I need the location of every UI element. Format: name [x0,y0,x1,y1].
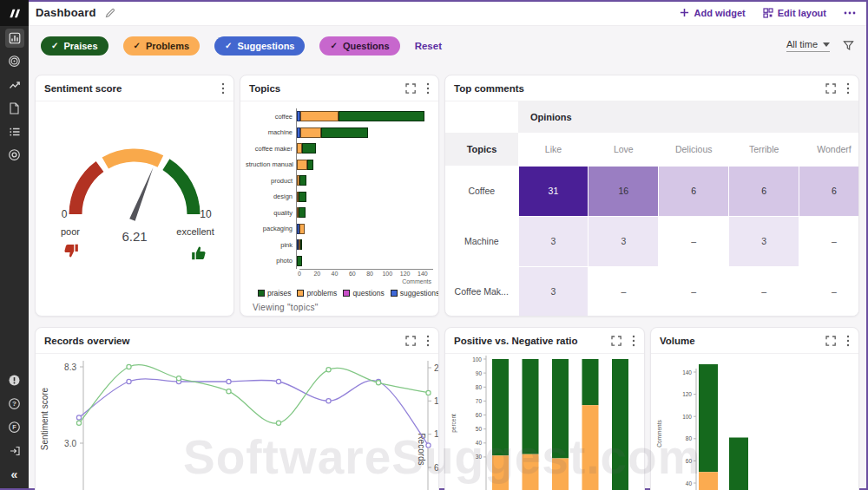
heatmap-cell[interactable]: 3 [518,216,589,266]
heatmap-cell[interactable]: 16 [589,166,659,216]
topics-bar[interactable] [297,160,313,170]
legend-item-suggestions[interactable]: suggestions [391,289,439,297]
bar-positive[interactable] [523,359,539,454]
legend-item-praises[interactable]: praises [258,289,291,297]
kebab-menu-icon[interactable] [846,82,850,95]
sidebar-item-list[interactable] [0,120,29,143]
heatmap-cell[interactable]: 3 [589,216,659,266]
heatmap-cell[interactable]: – [589,266,659,317]
legend-swatch [258,290,265,297]
y-tick-label: 18 [434,396,439,406]
kebab-menu-icon[interactable] [221,82,225,95]
sidebar-item-dashboard[interactable] [0,26,29,49]
heatmap-cell[interactable]: – [659,216,729,266]
kebab-menu-icon[interactable] [426,335,430,347]
expand-icon[interactable] [825,336,836,346]
data-point[interactable] [426,443,431,448]
legend-item-problems[interactable]: problems [297,289,337,297]
bar-negative[interactable] [552,459,569,490]
bar-positive[interactable] [552,359,569,459]
heatmap-cell[interactable]: 3 [518,266,589,317]
filter-chip-questions[interactable]: ✓Questions [319,36,399,56]
sidebar-item-logout[interactable] [0,439,29,462]
add-widget-button[interactable]: Add widget [680,8,745,18]
topics-category-label: packaging [246,225,296,232]
topics-bar[interactable] [297,207,306,218]
data-point[interactable] [227,379,231,383]
bar-positive[interactable] [612,359,628,490]
topics-bar[interactable] [297,239,302,250]
sidebar-item-trends[interactable] [0,73,29,96]
sidebar-item-feedback[interactable]: F [0,415,29,439]
topics-bar[interactable] [297,111,424,121]
more-menu-button[interactable] [844,11,856,15]
heatmap-cell[interactable]: 6 [729,166,799,216]
sidebar-collapse-button[interactable]: « [0,462,29,486]
topics-bar[interactable] [297,127,368,138]
data-point[interactable] [276,379,280,383]
filter-chip-problems[interactable]: ✓Problems [123,36,201,56]
edit-layout-button[interactable]: Edit layout [763,8,826,18]
reset-filters-button[interactable]: Reset [415,41,442,51]
widgets-area: Sentiment score 010poorexcellent6.21 [29,65,866,490]
bar-negative[interactable] [523,454,539,490]
x-tick-label: 80 [366,271,373,277]
sidebar-item-records[interactable] [0,143,29,167]
sidebar-item-goals[interactable] [0,49,29,73]
app-logo[interactable] [0,0,29,26]
heatmap-cell[interactable]: 31 [518,166,589,216]
data-point[interactable] [127,379,131,383]
bar-negative[interactable] [582,405,599,490]
bar-problems[interactable] [699,472,718,490]
top-comments-table: OpinionsTopicsLikeLoveDeliciousTerribleW… [445,101,859,317]
trend-icon [9,79,21,91]
kebab-menu-icon[interactable] [426,82,430,95]
data-point[interactable] [76,421,81,425]
heatmap-cell[interactable]: – [659,266,729,317]
data-point[interactable] [227,389,231,394]
filter-chip-label: Suggestions [237,41,294,51]
topics-bar[interactable] [297,175,306,186]
sidebar-item-documents[interactable] [0,96,29,120]
heatmap-cell[interactable]: 6 [659,166,729,216]
heatmap-cell[interactable]: – [799,266,859,317]
topics-bar[interactable] [297,224,305,234]
sidebar-item-alerts[interactable] [0,369,29,392]
topics-bar[interactable] [297,192,306,202]
legend-item-questions[interactable]: questions [343,289,384,297]
data-point[interactable] [76,415,81,420]
edit-title-button[interactable] [105,8,115,18]
topics-category-label: coffee [246,113,296,121]
expand-icon[interactable] [405,336,416,346]
expand-icon[interactable] [405,83,416,94]
kebab-menu-icon[interactable] [846,335,850,347]
filter-chip-praises[interactable]: ✓Praises [41,36,108,56]
heatmap-cell[interactable]: 3 [729,216,799,266]
data-point[interactable] [176,376,181,381]
data-point[interactable] [276,421,280,425]
expand-icon[interactable] [825,83,836,94]
x-tick-label: 20 [313,271,320,277]
data-point[interactable] [326,368,331,372]
expand-icon[interactable] [611,336,621,346]
bar-praises[interactable] [699,364,718,472]
topics-bar[interactable] [297,256,302,266]
sidebar-item-help[interactable]: ? [0,392,29,415]
topics-bar[interactable] [297,143,316,154]
data-point[interactable] [127,364,131,369]
bar-praises[interactable] [729,438,748,490]
filter-chip-suggestions[interactable]: ✓Suggestions [214,36,305,56]
heatmap-cell[interactable]: 6 [799,166,859,216]
data-point[interactable] [376,381,380,385]
filter-funnel-button[interactable] [843,40,854,51]
heatmap-cell[interactable]: – [729,266,799,317]
opinion-column-label: Delicious [659,133,729,166]
bar-positive[interactable] [582,359,599,405]
data-point[interactable] [326,399,331,403]
bar-positive[interactable] [492,359,509,455]
kebab-menu-icon[interactable] [632,335,635,347]
time-range-dropdown[interactable]: All time [786,39,830,52]
heatmap-cell[interactable]: – [799,216,859,266]
data-point[interactable] [426,390,431,395]
bar-negative[interactable] [492,455,509,490]
